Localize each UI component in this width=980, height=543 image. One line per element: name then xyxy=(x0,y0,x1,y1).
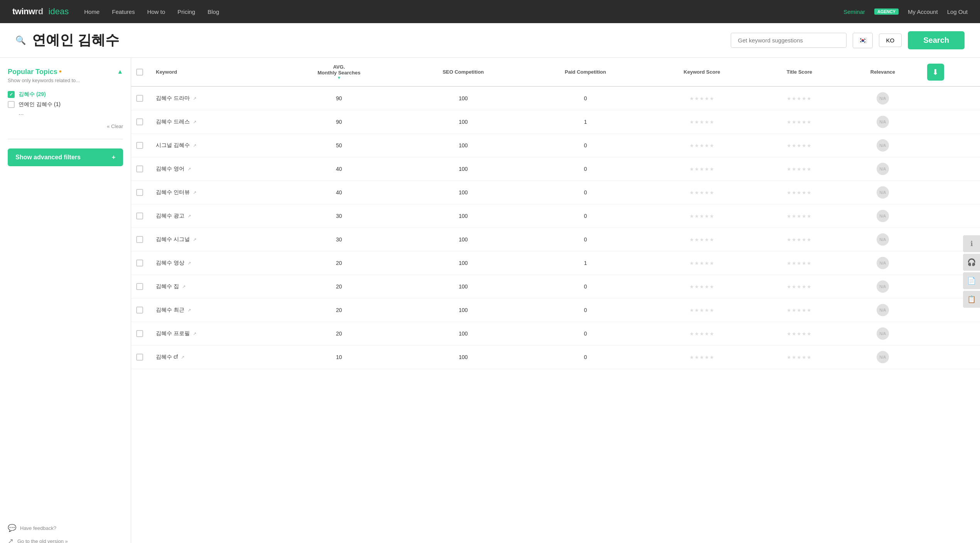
nav-seminar[interactable]: Seminar xyxy=(843,8,865,15)
lang-flag-button[interactable]: 🇰🇷 xyxy=(853,33,873,48)
checkbox-0[interactable]: ✓ xyxy=(8,91,15,98)
popular-topics-title: Popular Topics• xyxy=(8,67,62,76)
ext-link-icon[interactable]: ↗ xyxy=(182,284,186,289)
row-checkbox-3[interactable] xyxy=(136,165,143,172)
table-row: 김혜수 cf ↗ 10 100 0 ★★★★★ ★★★★★ N/A xyxy=(131,346,980,369)
title-score-stars: ★★★★★ xyxy=(787,284,812,290)
old-version-icon: ↗ xyxy=(8,537,14,543)
row-checkbox-4[interactable] xyxy=(136,189,143,196)
keyword-cell: 김혜수 시그널 ↗ xyxy=(148,228,276,251)
th-avg-monthly[interactable]: AVG.Monthly Searches ▼ xyxy=(276,58,402,86)
nav-blog[interactable]: Blog xyxy=(208,8,219,15)
floating-doc-button[interactable]: 📄 xyxy=(963,272,980,289)
checkbox-1[interactable] xyxy=(8,101,15,108)
ext-link-icon[interactable]: ↗ xyxy=(193,96,196,101)
feedback-icon: 💬 xyxy=(8,524,16,532)
keyword-text: 김혜수 드레스 xyxy=(156,118,190,125)
download-button[interactable]: ⬇ xyxy=(927,64,944,81)
seo-cell: 100 xyxy=(402,134,524,157)
ext-link-icon[interactable]: ↗ xyxy=(181,355,184,359)
chevron-up-icon[interactable]: ▲ xyxy=(117,68,123,75)
topic-item-0[interactable]: ✓ 김혜수 (29) xyxy=(8,89,123,99)
avg-cell: 40 xyxy=(276,157,402,181)
ext-link-icon[interactable]: ↗ xyxy=(188,214,191,218)
clear-link[interactable]: « Clear xyxy=(107,123,123,129)
title-score-stars: ★★★★★ xyxy=(787,237,812,243)
th-seo: SEO Competition xyxy=(402,58,524,86)
row-checkbox-cell xyxy=(131,204,148,228)
paid-cell: 0 xyxy=(524,134,647,157)
row-checkbox-0[interactable] xyxy=(136,95,143,102)
ext-link-icon[interactable]: ↗ xyxy=(193,120,196,124)
title-score-cell: ★★★★★ xyxy=(757,110,841,134)
row-checkbox-2[interactable] xyxy=(136,142,143,149)
row-checkbox-8[interactable] xyxy=(136,283,143,290)
title-score-stars: ★★★★★ xyxy=(787,96,812,101)
relevance-cell: N/A xyxy=(841,298,924,322)
nav-my-account[interactable]: My Account xyxy=(908,8,938,15)
keyword-score-cell: ★★★★★ xyxy=(647,346,757,369)
lang-flag: 🇰🇷 xyxy=(858,36,867,45)
keyword-score-stars: ★★★★★ xyxy=(689,143,715,148)
relevance-badge: N/A xyxy=(877,163,889,175)
keyword-text: 김혜수 인터뷰 xyxy=(156,189,190,195)
title-score-stars: ★★★★★ xyxy=(787,307,812,313)
floating-clipboard-button[interactable]: 📋 xyxy=(963,291,980,308)
keyword-score-cell: ★★★★★ xyxy=(647,181,757,204)
nav-pricing[interactable]: Pricing xyxy=(177,8,195,15)
seo-cell: 100 xyxy=(402,181,524,204)
row-checkbox-10[interactable] xyxy=(136,330,143,337)
row-checkbox-5[interactable] xyxy=(136,212,143,219)
nav-home[interactable]: Home xyxy=(84,8,100,15)
avg-cell: 90 xyxy=(276,86,402,110)
keyword-cell: 김혜수 영어 ↗ xyxy=(148,157,276,181)
avg-cell: 20 xyxy=(276,298,402,322)
feedback-link[interactable]: 💬 Have feedback? xyxy=(8,524,123,532)
keyword-cell: 김혜수 드레스 ↗ xyxy=(148,110,276,134)
keyword-score-stars: ★★★★★ xyxy=(689,354,715,360)
seo-cell: 100 xyxy=(402,275,524,298)
row-checkbox-7[interactable] xyxy=(136,260,143,266)
ext-link-icon[interactable]: ↗ xyxy=(193,331,196,336)
search-button[interactable]: Search xyxy=(908,31,965,49)
relevance-badge: N/A xyxy=(877,92,889,105)
floating-audio-button[interactable]: 🎧 xyxy=(963,254,980,271)
advanced-filters-label: Show advanced filters xyxy=(15,154,81,161)
nav-howto[interactable]: How to xyxy=(147,8,165,15)
seo-cell: 100 xyxy=(402,228,524,251)
keyword-score-cell: ★★★★★ xyxy=(647,134,757,157)
row-checkbox-11[interactable] xyxy=(136,354,143,361)
row-checkbox-6[interactable] xyxy=(136,236,143,243)
keyword-cell: 김혜수 집 ↗ xyxy=(148,275,276,298)
old-version-label: Go to the old version » xyxy=(17,538,68,543)
header-checkbox[interactable] xyxy=(136,69,143,76)
keyword-cell: 김혜수 최근 ↗ xyxy=(148,298,276,322)
th-checkbox xyxy=(131,58,148,86)
avg-cell: 40 xyxy=(276,181,402,204)
keyword-score-cell: ★★★★★ xyxy=(647,322,757,346)
keyword-suggest-input[interactable] xyxy=(731,33,847,48)
brand-logo[interactable]: twinwrd ideas xyxy=(12,7,69,17)
row-checkbox-9[interactable] xyxy=(136,307,143,314)
table-row: 김혜수 프로필 ↗ 20 100 0 ★★★★★ ★★★★★ N/A xyxy=(131,322,980,346)
advanced-filters-button[interactable]: Show advanced filters + xyxy=(8,148,123,166)
avg-cell: 20 xyxy=(276,322,402,346)
popular-topics-header: Popular Topics• ▲ xyxy=(8,67,123,76)
ext-link-icon[interactable]: ↗ xyxy=(188,308,191,312)
topic-item-1[interactable]: 연예인 김혜수 (1) xyxy=(8,99,123,110)
th-keyword: Keyword xyxy=(148,58,276,86)
old-version-link[interactable]: ↗ Go to the old version » xyxy=(8,537,123,543)
title-score-cell: ★★★★★ xyxy=(757,86,841,110)
ext-link-icon[interactable]: ↗ xyxy=(188,261,191,265)
ext-link-icon[interactable]: ↗ xyxy=(193,190,196,195)
row-action-cell xyxy=(924,322,980,346)
nav-log-out[interactable]: Log Out xyxy=(947,8,968,15)
floating-info-button[interactable]: ℹ xyxy=(963,235,980,252)
lang-code-button[interactable]: KO xyxy=(879,34,902,47)
row-checkbox-1[interactable] xyxy=(136,118,143,125)
ext-link-icon[interactable]: ↗ xyxy=(193,143,196,148)
nav-features[interactable]: Features xyxy=(112,8,135,15)
ext-link-icon[interactable]: ↗ xyxy=(193,237,196,242)
ext-link-icon[interactable]: ↗ xyxy=(188,167,191,171)
lang-code: KO xyxy=(886,37,895,44)
